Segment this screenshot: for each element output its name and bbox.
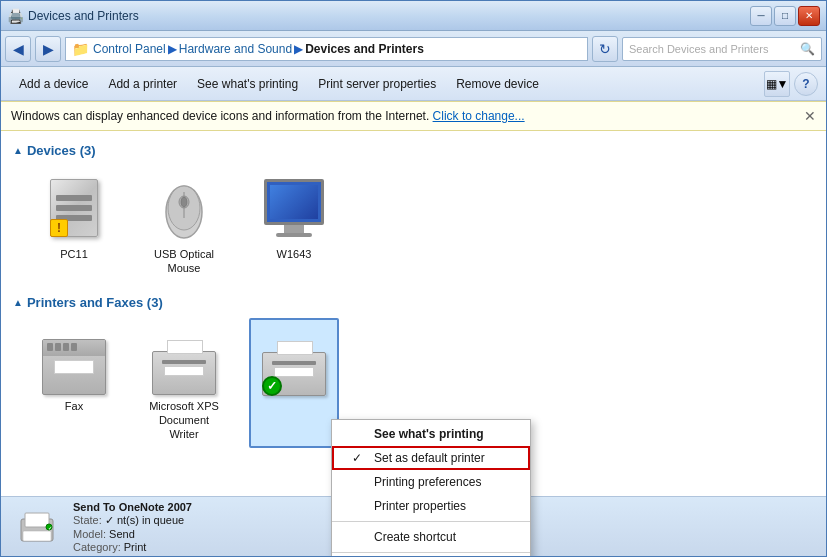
help-button[interactable]: ? [794,72,818,96]
status-model-value: Send [109,528,135,540]
pc11-icon-wrapper: ! [39,173,109,243]
ctx-check-1: ✓ [352,451,368,465]
add-printer-button[interactable]: Add a printer [98,70,187,98]
device-item-selected-printer[interactable]: ✓ [249,318,339,449]
pc11-label: PC11 [60,247,88,261]
title-bar-left: 🖨️ Devices and Printers [7,8,139,24]
path-sep-1: ▶ [168,42,177,56]
monitor-base [276,233,312,237]
monitor-icon [264,179,324,237]
status-model-label: Model: [73,528,106,540]
search-box[interactable]: Search Devices and Printers 🔍 [622,37,822,61]
device-item-pc11[interactable]: ! PC11 [29,166,119,283]
search-placeholder: Search Devices and Printers [629,43,768,55]
selected-paper-in [277,341,313,355]
context-menu: See what's printing ✓ Set as default pri… [331,419,531,556]
info-bar-text: Windows can display enhanced device icon… [11,109,525,123]
ctx-printing-prefs[interactable]: Printing preferences [332,470,530,494]
status-state-value: ✓ [105,514,114,526]
close-button[interactable]: ✕ [798,6,820,26]
xps-label: Microsoft XPSDocument Writer [146,399,222,442]
maximize-button[interactable]: □ [774,6,796,26]
fax-top [43,340,105,356]
pc-drive-1 [56,195,92,201]
path-sep-2: ▶ [294,42,303,56]
fax-label: Fax [65,399,83,413]
minimize-button[interactable]: ─ [750,6,772,26]
device-item-monitor[interactable]: W1643 [249,166,339,283]
path-hardware-sound[interactable]: Hardware and Sound [179,42,292,56]
monitor-screen-inner [270,185,318,219]
warning-badge: ! [50,219,68,237]
monitor-icon-wrapper [259,173,329,243]
selected-printer-icon-wrapper: ✓ [259,326,329,396]
xps-printer-body [152,351,216,395]
path-current: Devices and Printers [305,42,424,56]
print-server-button[interactable]: Print server properties [308,70,446,98]
printers-section-title: Printers and Faxes (3) [27,295,163,310]
ctx-sep-2 [332,552,530,553]
xps-icon-wrapper [149,325,219,395]
printers-triangle[interactable]: ▲ [13,297,23,308]
pc-drive-2 [56,205,92,211]
monitor-stand [284,225,304,233]
selected-printer-icon-container: ✓ [262,352,326,396]
title-bar: 🖨️ Devices and Printers ─ □ ✕ [1,1,826,31]
toolbar: Add a device Add a printer See what's pr… [1,67,826,101]
mouse-icon [156,172,212,244]
scroll-area[interactable]: ▲ Devices (3) ! [1,131,826,556]
status-state-label: State: [73,514,102,526]
status-printer-icon: ✓ [13,503,61,551]
ctx-label-set-default: Set as default printer [374,451,485,465]
status-category-label: Category: [73,541,121,553]
fax-icon-wrapper [39,325,109,395]
device-item-fax[interactable]: Fax [29,318,119,449]
forward-button[interactable]: ▶ [35,36,61,62]
ctx-label-shortcut: Create shortcut [374,530,456,544]
pc11-icon: ! [50,179,98,237]
search-icon: 🔍 [800,42,815,56]
ctx-set-default[interactable]: ✓ Set as default printer [332,446,530,470]
ctx-label-props: Printer properties [374,499,466,513]
back-button[interactable]: ◀ [5,36,31,62]
xps-slot [162,360,206,364]
devices-triangle[interactable]: ▲ [13,145,23,156]
content-area: ▲ Devices (3) ! [1,131,826,468]
info-close-button[interactable]: ✕ [804,108,816,124]
monitor-screen [264,179,324,225]
fax-key-2 [55,343,61,351]
view-icon: ▦ [766,77,777,91]
ctx-create-shortcut[interactable]: Create shortcut [332,525,530,549]
fax-key-4 [71,343,77,351]
toolbar-right: ▦ ▼ ? [764,71,818,97]
svg-rect-7 [23,531,51,541]
view-arrow: ▼ [777,77,789,91]
see-whats-printing-button[interactable]: See what's printing [187,70,308,98]
device-item-xps[interactable]: Microsoft XPSDocument Writer [139,318,229,449]
view-button[interactable]: ▦ ▼ [764,71,790,97]
selected-paper-out [274,367,314,377]
fax-paper [54,360,94,374]
remove-device-button[interactable]: Remove device [446,70,549,98]
fax-key-3 [63,343,69,351]
devices-section-header: ▲ Devices (3) [13,143,814,158]
printers-section-header: ▲ Printers and Faxes (3) [13,295,814,310]
device-item-mouse[interactable]: USB OpticalMouse [139,166,229,283]
info-bar: Windows can display enhanced device icon… [1,101,826,131]
default-check-badge: ✓ [262,376,282,396]
ctx-see-printing[interactable]: See what's printing [332,422,530,446]
svg-text:✓: ✓ [48,525,52,531]
add-device-button[interactable]: Add a device [9,70,98,98]
ctx-printer-props[interactable]: Printer properties [332,494,530,518]
window-title: Devices and Printers [28,9,139,23]
svg-rect-6 [25,513,49,527]
status-queue-text: nt(s) in queue [117,514,184,526]
info-bar-link[interactable]: Click to change... [433,109,525,123]
mouse-icon-wrapper [149,173,219,243]
fax-key-1 [47,343,53,351]
path-control-panel[interactable]: Control Panel [93,42,166,56]
selected-slot [272,361,316,365]
address-path[interactable]: 📁 Control Panel ▶ Hardware and Sound ▶ D… [65,37,588,61]
fax-icon [42,339,106,395]
refresh-button[interactable]: ↻ [592,36,618,62]
